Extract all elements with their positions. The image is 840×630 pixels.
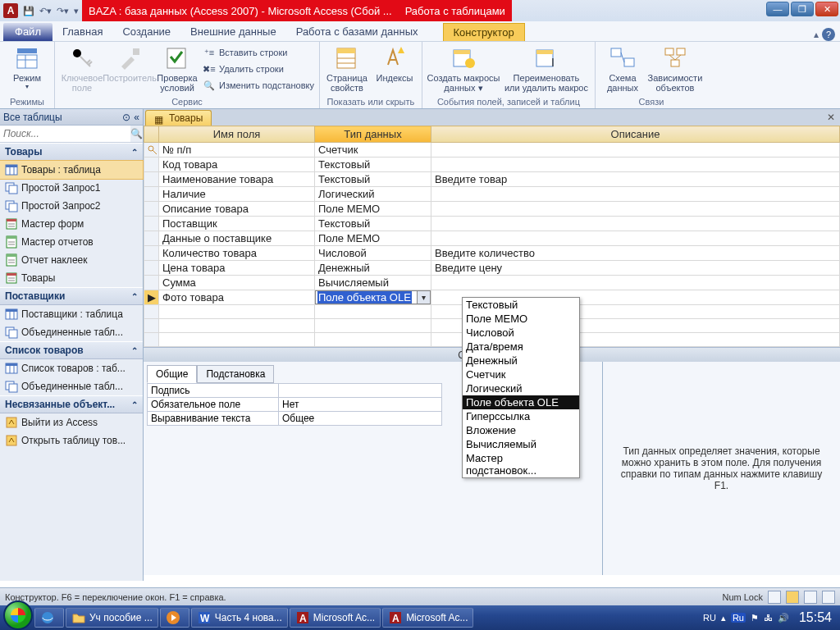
row-selector[interactable] — [144, 187, 159, 202]
data-type-cell[interactable]: Числовой — [315, 246, 431, 261]
view-design-icon[interactable] — [786, 591, 799, 604]
type-option[interactable]: Текстовый — [463, 298, 579, 312]
delete-rows-button[interactable]: ✖≡Удалить строки — [201, 62, 316, 76]
field-name-cell[interactable]: Наименование товара — [159, 172, 315, 187]
type-option[interactable]: Поле МЕМО — [463, 312, 579, 326]
close-button[interactable]: ✕ — [815, 2, 838, 16]
start-button[interactable] — [3, 600, 33, 630]
search-icon[interactable]: 🔍 — [130, 126, 143, 142]
field-name-cell[interactable]: Фото товара — [159, 290, 315, 305]
validation-button[interactable]: Проверка условий — [153, 43, 201, 93]
type-option[interactable]: Дата/время — [463, 340, 579, 354]
row-selector[interactable] — [144, 143, 159, 158]
type-option[interactable]: Денежный — [463, 354, 579, 368]
taskbar-item[interactable] — [34, 608, 64, 628]
data-type-cell[interactable]: Поле МЕМО — [315, 231, 431, 246]
data-type-cell[interactable]: Текстовый — [315, 158, 431, 172]
description-cell[interactable] — [431, 276, 840, 290]
tray-volume-icon[interactable]: 🔊 — [778, 613, 789, 623]
nav-item[interactable]: Объединенные табл... — [0, 377, 143, 395]
tab-home[interactable]: Главная — [52, 23, 112, 41]
tray-flag-icon[interactable]: ⚑ — [751, 613, 759, 623]
nav-item[interactable]: Выйти из Access — [0, 413, 143, 431]
nav-group-header[interactable]: Список товаров⌃ — [0, 341, 143, 359]
description-cell[interactable]: Введите цену — [431, 261, 840, 276]
type-option[interactable]: Логический — [463, 381, 579, 395]
tab-create[interactable]: Создание — [112, 23, 180, 41]
nav-group-header[interactable]: Несвязанные объект...⌃ — [0, 395, 143, 413]
doc-tab-товары[interactable]: ▦ Товары — [145, 110, 212, 126]
description-cell[interactable]: Введите количество — [431, 246, 840, 261]
type-option[interactable]: Вычисляемый — [463, 437, 579, 451]
nav-group-header[interactable]: Поставщики⌃ — [0, 287, 143, 305]
type-option[interactable]: Гиперссылка — [463, 409, 579, 423]
row-selector[interactable] — [144, 246, 159, 261]
nav-dropdown-icon[interactable]: ⊙ — [122, 112, 130, 123]
nav-item[interactable]: Поставщики : таблица — [0, 305, 143, 323]
view-datasheet-icon[interactable] — [768, 591, 781, 604]
type-option[interactable]: Числовой — [463, 326, 579, 340]
type-option[interactable]: Поле объекта OLE — [463, 395, 579, 409]
field-name-cell[interactable]: Цена товара — [159, 261, 315, 276]
indexes-button[interactable]: Индексы — [371, 43, 418, 83]
props-tab-general[interactable]: Общие — [147, 365, 197, 383]
view-button[interactable]: Режим▾ — [3, 43, 51, 90]
row-selector[interactable] — [144, 217, 159, 231]
insert-rows-button[interactable]: ⁺≡Вставить строки — [201, 45, 316, 60]
field-name-cell[interactable]: Наличие — [159, 187, 315, 202]
data-type-cell[interactable]: Логический — [315, 187, 431, 202]
nav-item[interactable]: Объединенные табл... — [0, 323, 143, 341]
row-selector[interactable] — [144, 172, 159, 187]
nav-item[interactable]: Отчет наклеек — [0, 251, 143, 269]
description-cell[interactable] — [431, 202, 840, 217]
file-tab[interactable]: Файл — [3, 23, 52, 41]
nav-item[interactable]: Простой Запрос2 — [0, 197, 143, 215]
tray-kb-icon[interactable]: Ru — [731, 613, 746, 623]
data-type-combo[interactable]: Поле объекта OLE▾ — [315, 290, 431, 304]
modify-lookup-button[interactable]: 🔍Изменить подстановку — [201, 78, 316, 93]
data-type-cell[interactable]: Текстовый — [315, 217, 431, 231]
data-type-cell[interactable]: Вычисляемый — [315, 276, 431, 290]
nav-group-header[interactable]: Товары⌃ — [0, 143, 143, 161]
prop-value[interactable] — [279, 384, 442, 398]
nav-item[interactable]: Товары — [0, 269, 143, 287]
maximize-button[interactable]: ❐ — [791, 2, 814, 16]
nav-item[interactable]: Список товаров : таб... — [0, 359, 143, 377]
row-selector[interactable]: ▶ — [144, 290, 159, 305]
data-type-cell[interactable]: Поле объекта OLE▾ — [315, 290, 431, 305]
close-doc-icon[interactable]: ✕ — [827, 112, 835, 123]
row-selector[interactable] — [144, 276, 159, 290]
undo-icon[interactable]: ↶▾ — [39, 6, 52, 16]
help-icon[interactable]: ? — [822, 28, 835, 41]
description-cell[interactable]: Введите товар — [431, 172, 840, 187]
nav-collapse-icon[interactable]: « — [134, 112, 139, 123]
minimize-ribbon-icon[interactable]: ▴ — [814, 29, 819, 40]
field-name-cell[interactable]: Данные о поставщике — [159, 231, 315, 246]
nav-item[interactable]: Мастер форм — [0, 215, 143, 233]
lang-indicator[interactable]: RU — [703, 613, 716, 623]
taskbar-item[interactable] — [160, 608, 189, 628]
nav-search-input[interactable] — [0, 126, 130, 142]
nav-item[interactable]: Открыть таблицу тов... — [0, 431, 143, 450]
prop-value[interactable]: Общее — [279, 412, 442, 426]
taskbar-item[interactable]: Уч пособие ... — [66, 608, 158, 628]
taskbar-item[interactable]: AMicrosoft Ac... — [290, 608, 381, 628]
description-cell[interactable] — [431, 143, 840, 158]
row-selector[interactable] — [144, 231, 159, 246]
nav-item[interactable]: Простой Запрос1 — [0, 179, 143, 197]
field-name-cell[interactable]: Код товара — [159, 158, 315, 172]
tray-show-hidden-icon[interactable]: ▴ — [721, 613, 726, 623]
taskbar-item[interactable]: AMicrosoft Ac... — [382, 608, 473, 628]
row-selector[interactable] — [144, 202, 159, 217]
minimize-button[interactable]: — — [766, 2, 789, 16]
relationships-button[interactable]: Схема данных — [599, 43, 646, 93]
qat-customize-icon[interactable]: ▾ — [74, 6, 79, 16]
type-option[interactable]: Счетчик — [463, 368, 579, 381]
data-type-cell[interactable]: Счетчик — [315, 143, 431, 158]
description-cell[interactable] — [431, 158, 840, 172]
dropdown-arrow-icon[interactable]: ▾ — [417, 291, 430, 304]
tab-external-data[interactable]: Внешние данные — [180, 23, 286, 41]
field-name-cell[interactable]: Количество товара — [159, 246, 315, 261]
col-data-type[interactable]: Тип данных — [315, 126, 431, 143]
tab-database-tools[interactable]: Работа с базами данных — [286, 23, 428, 41]
